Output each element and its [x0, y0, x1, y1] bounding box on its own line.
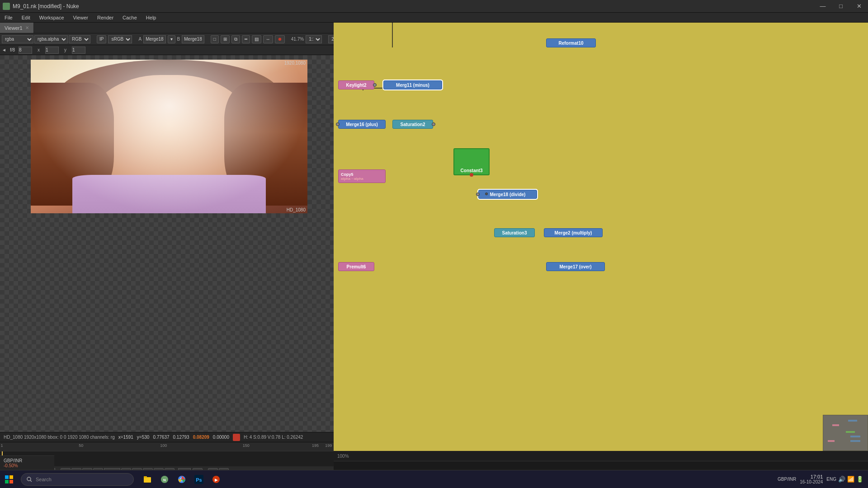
guides-btn[interactable]: ━ [242, 35, 250, 43]
alpha-channel-select[interactable]: rgba.alpha [34, 35, 68, 43]
x-coord: x=1591 [118, 435, 133, 440]
viewer-tabs: Viewer1 ✕ [0, 23, 334, 33]
node-graph[interactable]: Reformat10 Keylight2 Merg11 (minus) Merg… [334, 23, 868, 461]
zoom-display: 41.7% [291, 37, 304, 42]
ip-button[interactable]: IP [97, 35, 106, 43]
app-icon [3, 3, 10, 10]
extra-app-icon: ▶ [212, 475, 221, 484]
close-button[interactable]: ✕ [850, 0, 868, 12]
sat2-out-dot [432, 122, 435, 126]
node-merge11-minus[interactable]: Merg11 (minus) [383, 80, 442, 89]
menu-edit[interactable]: Edit [17, 13, 35, 22]
node-merge2-label: Merge2 (multiply) [555, 230, 592, 235]
node-constant3-label: Constant3 [461, 168, 483, 173]
zoom-ratio-select[interactable]: 1:12:11:2 [306, 35, 322, 43]
a-expand-btn[interactable]: ▾ [168, 35, 175, 43]
merge16-in-dot [336, 122, 340, 126]
node-merge18-label: Merge18 (divide) [490, 192, 526, 197]
chrome-icon [177, 475, 186, 484]
menu-cache[interactable]: Cache [118, 13, 142, 22]
svg-line-28 [30, 480, 32, 482]
node-graph-minimap[interactable] [823, 415, 868, 451]
svg-rect-30 [144, 476, 147, 478]
node-merge18-divide[interactable]: Merge18 (divide) [478, 190, 537, 199]
node-constant3[interactable]: Constant3 [453, 148, 490, 175]
color-mode-select[interactable]: RGBHSV [69, 35, 90, 43]
menu-viewer[interactable]: Viewer [69, 13, 93, 22]
node-keylight2[interactable]: Keylight2 [338, 80, 374, 89]
constant3-out-dot [470, 173, 473, 177]
node-premult6-label: Premult6 [347, 264, 366, 269]
viewer-tab-1[interactable]: Viewer1 ✕ [0, 23, 34, 33]
safe-area-btn[interactable]: ⊞ [221, 35, 230, 43]
svg-rect-25 [5, 480, 9, 483]
gamma-select[interactable]: sRGBlinear [108, 35, 132, 43]
taskbar-app-files[interactable] [139, 471, 156, 488]
taskbar-search[interactable]: Search [21, 473, 134, 486]
currency-pair: GBP/INR [4, 458, 51, 463]
menu-render[interactable]: Render [93, 13, 118, 22]
channel-select[interactable]: rgbargbalpha [2, 35, 33, 43]
taskbar-app-ps[interactable]: Ps [191, 471, 207, 488]
start-button[interactable] [0, 470, 18, 488]
coord-info: HD_1080 868x488 bbox: 0 0 1920 1080 ch… [4, 435, 115, 440]
a-node-display: Merge18 [143, 35, 165, 43]
viewer-toolbar: rgbargbalpha rgba.alpha RGBHSV IP sRGBli… [0, 33, 334, 45]
svg-rect-24 [9, 475, 13, 479]
frame-back-label: ◄ [2, 47, 6, 52]
channel-group: rgbargbalpha rgba.alpha RGBHSV [2, 35, 90, 43]
node-premult6[interactable]: Premult6 [338, 262, 374, 271]
currency-widget: GBP/INR -0.50% [0, 455, 54, 470]
node-saturation2[interactable]: Saturation2 [392, 120, 433, 129]
record-btn[interactable]: ⏺ [275, 35, 285, 43]
photoshop-icon: Ps [194, 475, 203, 484]
taskbar-right: GBP/INR 17:01 16-10-2024 ENG 🔊 📶 🔋 [778, 474, 868, 484]
g-value: 0.12793 [173, 435, 189, 440]
node-merge17-over[interactable]: Merge17 (over) [546, 262, 605, 271]
system-tray: GBP/INR [778, 477, 796, 482]
overlays-btn[interactable]: ⧉ [231, 35, 240, 43]
taskbar-app-nuke[interactable]: N [156, 471, 173, 488]
taskbar-app-chrome[interactable] [174, 471, 190, 488]
node-saturation3[interactable]: Saturation3 [494, 228, 535, 237]
a-value: 0.00000 [213, 435, 229, 440]
viewer-toolbar2: ◄ f/8 x y [0, 45, 334, 55]
menu-file[interactable]: File [0, 13, 17, 22]
ruler-mark-50: 50 [79, 443, 83, 448]
search-label: Search [36, 477, 52, 482]
taskbar-pinned-apps: N Ps ▶ [139, 471, 224, 488]
viewer-tab-close[interactable]: ✕ [25, 25, 29, 30]
flip-btn[interactable]: ↔ [263, 35, 273, 43]
menu-help[interactable]: Help [142, 13, 161, 22]
node-reformat10[interactable]: Reformat10 [546, 38, 596, 47]
node-merge16-plus[interactable]: Merge16 (plus) [338, 120, 386, 129]
graph-status-bar: 100% [334, 451, 868, 461]
maximize-button[interactable]: □ [832, 0, 850, 12]
node-merge16-label: Merge16 (plus) [346, 122, 378, 127]
format-btn[interactable]: ▤ [252, 35, 261, 43]
menu-workspace[interactable]: Workspace [35, 13, 69, 22]
minimize-button[interactable]: — [814, 0, 832, 12]
windows-logo-icon [5, 475, 13, 483]
node-merge2-multiply[interactable]: Merge2 (multiply) [544, 228, 603, 237]
b-label: B [177, 37, 180, 42]
svg-rect-26 [9, 480, 13, 483]
viewer-panel: Viewer1 ✕ rgbargbalpha rgba.alpha RGBHSV… [0, 23, 334, 488]
network-icon[interactable]: 📶 [847, 476, 854, 483]
battery-icon[interactable]: 🔋 [856, 476, 863, 483]
y-value-input[interactable] [72, 47, 85, 54]
frame-number-input[interactable] [19, 47, 32, 54]
x-value-input[interactable] [45, 47, 59, 54]
ruler-mark-195: 195 [312, 443, 319, 448]
extra-values: H: 4 S:0.89 V:0.78 L: 0.26242 [244, 435, 303, 440]
roi-btn[interactable]: □ [211, 35, 219, 43]
node-copy5[interactable]: Copy5 alpha→alpha [338, 169, 386, 183]
main-area: Viewer1 ✕ rgbargbalpha rgba.alpha RGBHSV… [0, 23, 868, 488]
menu-bar: File Edit Workspace Viewer Render Cache … [0, 13, 868, 23]
volume-icon[interactable]: 🔊 [838, 476, 845, 483]
time-date-display: 17:01 16-10-2024 [800, 474, 823, 484]
format-corner-label: HD_1080 [287, 207, 306, 212]
viewer-canvas[interactable]: 1920,1080 HD_1080 [0, 55, 334, 432]
graph-zoom-label: 100% [337, 454, 349, 459]
taskbar-app-extra1[interactable]: ▶ [208, 471, 224, 488]
